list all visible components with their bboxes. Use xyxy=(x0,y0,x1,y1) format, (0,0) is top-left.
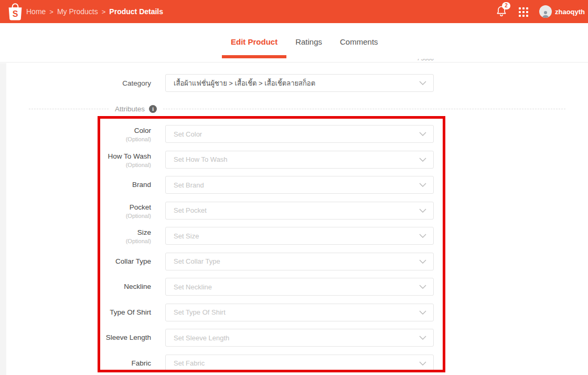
field-label-column: Neckline xyxy=(0,278,151,290)
notification-count-badge: 2 xyxy=(502,2,510,9)
chevron-down-icon xyxy=(419,183,426,188)
field-placeholder: Set Size xyxy=(174,232,199,240)
attributes-section-divider: Attributes i xyxy=(29,105,565,113)
shopee-bag-icon[interactable]: S xyxy=(6,2,24,21)
field-label: Fabric xyxy=(0,359,151,367)
attributes-form: Color (Optional) Set Color How To Wash (… xyxy=(0,125,445,375)
select-how-to-wash[interactable]: Set How To Wash xyxy=(165,151,434,169)
field-label: Color xyxy=(0,127,151,134)
field-placeholder: Set Brand xyxy=(174,181,204,189)
attribute-row: Type Of Shirt Set Type Of Shirt xyxy=(0,304,445,321)
info-icon[interactable]: i xyxy=(149,105,157,113)
app-header: S Home>My Products>Product Details 2 zha… xyxy=(0,0,588,23)
attribute-row: How To Wash (Optional) Set How To Wash xyxy=(0,151,445,169)
chevron-down-icon xyxy=(419,132,426,137)
tab-edit-product[interactable]: Edit Product xyxy=(222,37,286,46)
field-label-column: How To Wash (Optional) xyxy=(0,151,151,168)
field-label-column: Color (Optional) xyxy=(0,125,151,142)
select-type-of-shirt[interactable]: Set Type Of Shirt xyxy=(165,304,434,321)
active-tab-underline xyxy=(222,55,286,58)
attribute-row: Pocket (Optional) Set Pocket xyxy=(0,202,445,220)
category-value: เสื้อผ้าแฟชั่นผู้ชาย > เสื้อเชิ้ต > เสื้… xyxy=(174,78,315,89)
field-label: Size xyxy=(0,228,151,236)
category-select[interactable]: เสื้อผ้าแฟชั่นผู้ชาย > เสื้อเชิ้ต > เสื้… xyxy=(165,74,434,92)
field-optional-label: (Optional) xyxy=(0,162,151,168)
avatar-person-icon xyxy=(541,10,550,18)
tab-comments[interactable]: Comments xyxy=(331,37,387,46)
field-label: How To Wash xyxy=(0,152,151,160)
breadcrumb-item-home[interactable]: Home xyxy=(26,7,46,16)
attributes-section-label: Attributes xyxy=(115,105,145,113)
chevron-down-icon xyxy=(419,285,426,289)
field-label-column: Pocket (Optional) xyxy=(0,202,151,219)
field-label-column: Sleeve Length xyxy=(0,329,151,341)
breadcrumb: Home>My Products>Product Details xyxy=(26,0,163,23)
field-placeholder: Set Neckline xyxy=(174,283,212,291)
breadcrumb-separator: > xyxy=(102,8,106,16)
field-optional-label: (Optional) xyxy=(0,136,151,142)
attribute-row: Color (Optional) Set Color xyxy=(0,125,445,143)
field-placeholder: Set Fabric xyxy=(174,359,205,367)
field-label: Type Of Shirt xyxy=(0,308,151,316)
select-brand[interactable]: Set Brand xyxy=(165,176,434,194)
field-label: Collar Type xyxy=(0,257,151,265)
field-placeholder: Set Collar Type xyxy=(174,257,220,265)
attribute-row: Fabric Set Fabric xyxy=(0,355,445,372)
dashed-line xyxy=(163,109,565,109)
select-size[interactable]: Set Size xyxy=(165,227,434,245)
select-collar-type[interactable]: Set Collar Type xyxy=(165,253,434,270)
field-label: Brand xyxy=(0,181,151,189)
chevron-down-icon xyxy=(419,157,426,162)
field-placeholder: Set How To Wash xyxy=(174,155,228,163)
breadcrumb-separator: > xyxy=(49,8,54,16)
field-placeholder: Set Color xyxy=(174,130,202,138)
attribute-row: Sleeve Length Set Sleeve Length xyxy=(0,329,445,347)
tab-bar-container: Edit ProductRatingsComments xyxy=(0,23,588,62)
dashed-line xyxy=(29,109,109,109)
field-placeholder: Set Pocket xyxy=(174,206,207,214)
field-placeholder: Set Type Of Shirt xyxy=(174,308,226,316)
attribute-row: Size (Optional) Set Size xyxy=(0,227,445,245)
field-label-column: Type Of Shirt xyxy=(0,304,151,316)
select-neckline[interactable]: Set Neckline xyxy=(165,278,434,296)
breadcrumb-item-product-details: Product Details xyxy=(109,7,163,16)
chevron-down-icon xyxy=(419,310,426,315)
field-optional-label: (Optional) xyxy=(0,238,151,244)
chevron-down-icon xyxy=(419,234,426,238)
category-label: Category xyxy=(0,79,151,87)
char-counter-clipped: / 5000 xyxy=(165,59,434,62)
field-label: Pocket xyxy=(0,203,151,211)
attribute-row: Neckline Set Neckline xyxy=(0,278,445,296)
attribute-row: Collar Type Set Collar Type xyxy=(0,253,445,270)
select-sleeve-length[interactable]: Set Sleeve Length xyxy=(165,329,434,347)
notification-bell-icon[interactable]: 2 xyxy=(495,5,509,18)
tab-ratings[interactable]: Ratings xyxy=(286,37,331,46)
field-label: Neckline xyxy=(0,283,151,290)
attribute-row: Brand Set Brand xyxy=(0,176,445,194)
field-placeholder: Set Sleeve Length xyxy=(174,334,229,342)
app-launcher-grid-icon[interactable] xyxy=(519,7,528,17)
field-label-column: Size (Optional) xyxy=(0,227,151,244)
field-label-column: Brand xyxy=(0,176,151,189)
field-label-column: Collar Type xyxy=(0,253,151,265)
chevron-down-icon xyxy=(419,361,426,366)
chevron-down-icon xyxy=(419,81,426,86)
chevron-down-icon xyxy=(419,259,426,264)
chevron-down-icon xyxy=(419,208,426,213)
field-label: Sleeve Length xyxy=(0,334,151,341)
select-fabric[interactable]: Set Fabric xyxy=(165,355,434,372)
select-pocket[interactable]: Set Pocket xyxy=(165,202,434,220)
svg-text:S: S xyxy=(13,9,18,18)
field-label-column: Fabric xyxy=(0,355,151,367)
username-label[interactable]: zhaoqyth xyxy=(555,0,585,23)
select-color[interactable]: Set Color xyxy=(165,125,434,143)
user-avatar[interactable] xyxy=(539,5,552,18)
breadcrumb-item-my-products[interactable]: My Products xyxy=(57,7,98,16)
field-optional-label: (Optional) xyxy=(0,213,151,219)
chevron-down-icon xyxy=(419,336,426,340)
tab-bar: Edit ProductRatingsComments xyxy=(222,23,387,60)
